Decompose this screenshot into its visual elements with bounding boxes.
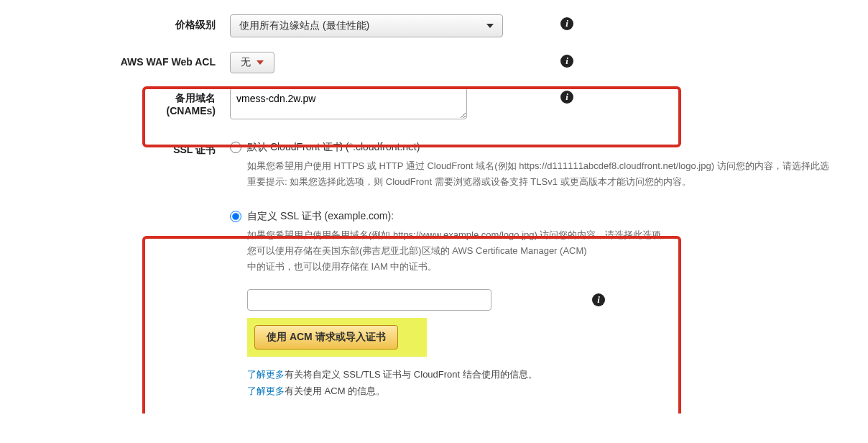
chevron-down-icon xyxy=(257,60,264,65)
cnames-row: 备用域名 (CNAMEs) xyxy=(29,88,839,119)
waf-label: AWS WAF Web ACL xyxy=(29,52,230,68)
ssl-custom-desc: 如果您希望用户使用备用域名(例如 https://www.example.com… xyxy=(247,227,839,275)
ssl-custom-label: 自定义 SSL 证书 (example.com): xyxy=(247,210,394,223)
price-class-label: 价格级别 xyxy=(29,14,230,32)
acm-request-button[interactable]: 使用 ACM 请求或导入证书 xyxy=(254,325,398,350)
learn-more-link-1[interactable]: 了解更多 xyxy=(247,369,285,380)
info-icon[interactable] xyxy=(560,91,573,104)
price-class-select[interactable]: 使用所有边缘站点 (最佳性能) xyxy=(230,14,503,37)
ssl-default-desc: 如果您希望用户使用 HTTPS 或 HTTP 通过 CloudFront 域名(… xyxy=(247,158,839,190)
price-class-row: 价格级别 使用所有边缘站点 (最佳性能) xyxy=(29,14,839,37)
learn-more-block: 了解更多有关将自定义 SSL/TLS 证书与 CloudFront 结合使用的信… xyxy=(247,367,839,398)
learn-more-link-2[interactable]: 了解更多 xyxy=(247,385,285,396)
cnames-textarea[interactable] xyxy=(230,88,467,119)
waf-select[interactable]: 无 xyxy=(230,52,274,73)
info-icon[interactable] xyxy=(560,55,573,68)
price-class-value: 使用所有边缘站点 (最佳性能) xyxy=(239,19,369,32)
info-icon[interactable] xyxy=(592,293,605,306)
ssl-section: SSL 证书 默认 CloudFront 证书 (*.cloudfront.ne… xyxy=(29,140,839,399)
ssl-custom-option[interactable]: 自定义 SSL 证书 (example.com): xyxy=(230,210,839,223)
ssl-default-option[interactable]: 默认 CloudFront 证书 (*.cloudfront.net) xyxy=(230,141,839,154)
ssl-cert-input[interactable] xyxy=(247,289,491,311)
ssl-default-label: 默认 CloudFront 证书 (*.cloudfront.net) xyxy=(247,141,420,154)
ssl-label: SSL 证书 xyxy=(29,140,230,157)
ssl-custom-radio[interactable] xyxy=(230,211,241,222)
waf-value: 无 xyxy=(241,56,251,69)
cnames-label: 备用域名 (CNAMEs) xyxy=(29,88,230,117)
info-icon[interactable] xyxy=(560,17,573,30)
waf-row: AWS WAF Web ACL 无 xyxy=(29,52,839,73)
chevron-down-icon xyxy=(486,24,494,28)
ssl-default-radio[interactable] xyxy=(230,142,241,153)
acm-highlight: 使用 ACM 请求或导入证书 xyxy=(247,318,427,357)
